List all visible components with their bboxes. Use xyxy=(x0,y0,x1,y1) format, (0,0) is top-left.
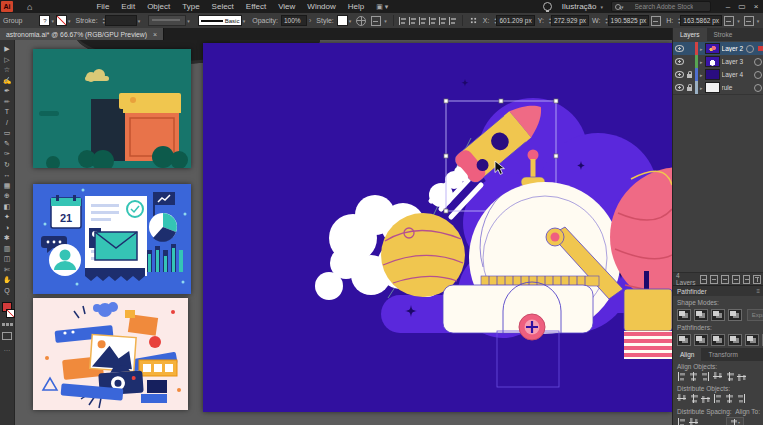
exclude-icon[interactable] xyxy=(728,309,742,321)
crop-icon[interactable] xyxy=(728,334,742,346)
direct-selection-tool[interactable]: ▷ xyxy=(4,55,9,66)
canvas-pasteboard[interactable]: 21 xyxy=(15,40,672,425)
edit-toolbar-icon[interactable]: … xyxy=(4,345,11,352)
tab-close-icon[interactable]: × xyxy=(153,31,157,38)
locate-object-icon[interactable] xyxy=(710,275,718,284)
divide-icon[interactable] xyxy=(677,334,691,346)
merge-icon[interactable] xyxy=(711,334,725,346)
tab-stroke[interactable]: Stroke xyxy=(707,28,740,41)
workspace-switcher[interactable]: Ilustração xyxy=(562,2,597,11)
distribute-v-center-icon[interactable] xyxy=(689,394,698,403)
scale-tool[interactable]: ↔ xyxy=(4,170,11,181)
target-circle-icon[interactable] xyxy=(754,58,762,66)
expand-arrow-icon[interactable]: ▸ xyxy=(700,72,703,78)
align-v-center-icon[interactable] xyxy=(725,372,734,381)
stock-search-input[interactable]: ▾ Search Adobe Stock xyxy=(611,1,711,12)
artboard-pink-collage[interactable] xyxy=(33,298,188,410)
menu-file[interactable]: File xyxy=(90,2,115,11)
new-layer-icon[interactable] xyxy=(743,275,751,284)
opacity-field[interactable]: 100% xyxy=(281,15,307,26)
layer-name[interactable]: rule xyxy=(722,84,752,91)
rectangle-tool[interactable]: ▭ xyxy=(4,128,11,139)
rotate-tool[interactable]: ↻ xyxy=(4,160,10,171)
hand-tool[interactable]: ✋ xyxy=(3,275,12,286)
gradient-tool[interactable]: ◧ xyxy=(4,202,11,213)
vertical-distribute-space-icon[interactable] xyxy=(677,418,686,425)
target-circle-icon[interactable] xyxy=(754,84,762,92)
layer-name[interactable]: Layer 2 xyxy=(722,45,744,52)
shear-icon[interactable] xyxy=(724,16,734,26)
yellow-planet[interactable] xyxy=(381,213,465,297)
selection-tool[interactable]: ▶ xyxy=(4,44,9,55)
slice-tool[interactable]: ✄ xyxy=(4,265,10,276)
stroke-weight-chevron-icon[interactable]: ▾ xyxy=(138,18,141,24)
unite-icon[interactable] xyxy=(677,309,691,321)
type-tool[interactable]: T xyxy=(5,107,9,118)
w-field[interactable]: 190.5825 px xyxy=(608,15,650,26)
align-left-icon[interactable] xyxy=(677,372,686,381)
stroke-weight-field[interactable] xyxy=(105,15,137,26)
constrain-proportions-icon[interactable] xyxy=(651,16,661,26)
curvature-tool[interactable]: ✏ xyxy=(4,97,10,108)
panel-menu-icon[interactable]: ≡ xyxy=(756,288,760,294)
x-field[interactable]: 601.209 px xyxy=(496,15,534,26)
layer-row-layer3[interactable]: ▸ Layer 3 xyxy=(673,55,763,69)
align-left-quick-icon[interactable] xyxy=(399,17,407,25)
home-icon[interactable]: ⌂ xyxy=(27,2,32,12)
align-middle-quick-icon[interactable] xyxy=(439,17,447,25)
width-profile-chevron-icon[interactable]: ▾ xyxy=(187,18,190,24)
intersect-icon[interactable] xyxy=(711,309,725,321)
distribute-top-icon[interactable] xyxy=(677,394,686,403)
stroke-color-swatch[interactable] xyxy=(56,15,67,26)
artboard-teal-dumpster[interactable] xyxy=(33,49,191,168)
layer-row-rule[interactable]: ▸ rule xyxy=(673,81,763,95)
fill-color-swatch[interactable]: ? xyxy=(39,15,50,26)
paintbrush-tool[interactable]: ✎ xyxy=(4,139,10,150)
visibility-eye-icon[interactable] xyxy=(675,58,684,65)
menu-type[interactable]: Type xyxy=(176,2,205,11)
artboard-purple-astronaut[interactable] xyxy=(203,43,672,412)
align-top-icon[interactable] xyxy=(713,372,722,381)
pencil-tool[interactable]: ✑ xyxy=(4,149,10,160)
expand-button[interactable]: Expand xyxy=(747,309,763,321)
align-top-quick-icon[interactable] xyxy=(429,17,437,25)
align-right-icon[interactable] xyxy=(701,372,710,381)
horizontal-distribute-space-icon[interactable] xyxy=(689,418,698,425)
tab-align[interactable]: Align xyxy=(673,348,701,361)
shape-builder-tool[interactable]: ⊕ xyxy=(4,191,10,202)
magic-wand-tool[interactable]: ☆ xyxy=(4,65,10,76)
blend-tool[interactable]: ◑ xyxy=(5,223,9,234)
menu-edit[interactable]: Edit xyxy=(115,2,141,11)
stroke-chevron-icon[interactable]: ▾ xyxy=(68,18,71,24)
menu-view[interactable]: View xyxy=(272,2,301,11)
symbol-sprayer-tool[interactable]: ✱ xyxy=(4,233,10,244)
distribute-right-icon[interactable] xyxy=(737,394,746,403)
reference-point-selector[interactable] xyxy=(470,17,477,24)
layer-row-layer4[interactable]: ▸ Layer 4 xyxy=(673,68,763,82)
brush-chevron-icon[interactable]: ▾ xyxy=(243,18,246,24)
menu-help[interactable]: Help xyxy=(342,2,370,11)
expand-arrow-icon[interactable]: ▸ xyxy=(700,85,703,91)
rotate-chevron-icon[interactable]: ▾ xyxy=(757,18,760,24)
expand-arrow-icon[interactable]: ▸ xyxy=(700,59,703,65)
visibility-eye-icon[interactable] xyxy=(675,71,684,78)
style-chevron-icon[interactable]: ▾ xyxy=(349,18,352,24)
menu-effect[interactable]: Effect xyxy=(240,2,272,11)
tab-layers[interactable]: Layers xyxy=(673,28,707,41)
outline-icon[interactable] xyxy=(745,334,759,346)
lock-slot[interactable] xyxy=(686,85,693,91)
align-bottom-icon[interactable] xyxy=(737,372,746,381)
line-segment-tool[interactable]: / xyxy=(6,118,8,129)
artboard-blue-invoice[interactable]: 21 xyxy=(33,184,191,294)
lasso-tool[interactable]: ✍ xyxy=(3,76,12,87)
brush-definition-dropdown[interactable]: Basic xyxy=(198,15,242,26)
artboard-tool[interactable]: ◫ xyxy=(4,254,11,265)
pathfinder-panel-header[interactable]: Pathfinder ≡ xyxy=(673,285,763,296)
make-mask-icon[interactable] xyxy=(721,275,729,284)
document-tab[interactable]: astronomia.ai* @ 66.67% (RGB/GPU Preview… xyxy=(0,28,164,40)
collect-for-export-icon[interactable] xyxy=(700,275,708,284)
new-sublayer-icon[interactable] xyxy=(732,275,740,284)
layer-name[interactable]: Layer 4 xyxy=(722,71,752,78)
draw-mode-icon[interactable] xyxy=(2,332,12,340)
align-right-quick-icon[interactable] xyxy=(419,17,427,25)
